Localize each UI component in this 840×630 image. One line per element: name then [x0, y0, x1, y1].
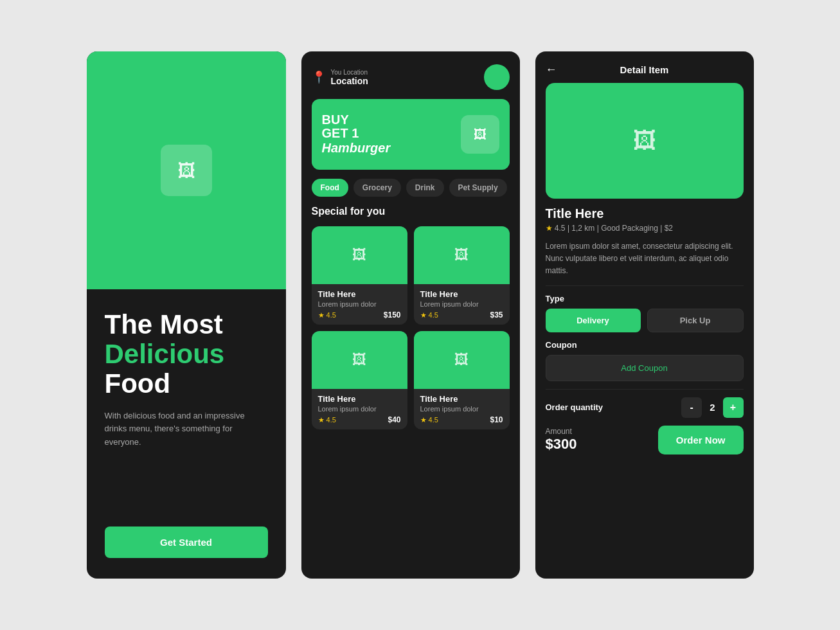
- get-started-button[interactable]: Get Started: [105, 526, 268, 558]
- food-card-1[interactable]: 🖼 Title Here Lorem ipsum dolor ★ 4.5 $15…: [312, 226, 407, 325]
- amount-block: Amount $300: [546, 427, 577, 453]
- home-header: 📍 You Location Location: [312, 64, 510, 90]
- food-card-4-info: Title Here Lorem ipsum dolor ★ 4.5 $10: [414, 389, 510, 429]
- food-card-1-image: 🖼: [312, 226, 407, 284]
- food-card-1-price: $150: [384, 310, 401, 320]
- food-card-1-rating: ★ 4.5: [318, 311, 336, 320]
- category-drink[interactable]: Drink: [406, 179, 444, 197]
- food-card-3[interactable]: 🖼 Title Here Lorem ipsum dolor ★ 4.5 $40: [312, 331, 407, 429]
- qty-plus-button[interactable]: +: [723, 397, 744, 418]
- category-food[interactable]: Food: [312, 179, 348, 197]
- food-card-4-row: ★ 4.5 $10: [420, 415, 503, 424]
- delivery-button[interactable]: Delivery: [546, 309, 641, 332]
- food-card-3-sub: Lorem ipsum dolor: [318, 405, 401, 413]
- order-now-button[interactable]: Order Now: [658, 426, 744, 455]
- food-card-4-sub: Lorem ipsum dolor: [420, 405, 503, 413]
- food-card-3-rating: ★ 4.5: [318, 416, 336, 424]
- food-card-1-row: ★ 4.5 $150: [318, 310, 401, 320]
- location-icon: 📍: [312, 70, 326, 84]
- food-card-2-info: Title Here Lorem ipsum dolor ★ 4.5 $35: [414, 284, 510, 325]
- splash-heading: The Most Delicious Food: [105, 310, 268, 399]
- food-image-icon-1: 🖼: [352, 247, 366, 264]
- amount-price: $300: [546, 436, 577, 453]
- amount-label: Amount: [546, 427, 577, 436]
- category-grocery[interactable]: Grocery: [353, 179, 401, 197]
- item-delivery-fee: $2: [665, 224, 673, 233]
- detail-image: 🖼: [546, 83, 744, 199]
- item-distance: 1,2 km: [571, 224, 594, 233]
- heading-line2: Delicious: [105, 339, 225, 369]
- banner-image-icon: 🖼: [474, 127, 487, 142]
- heading-line3: Food: [105, 368, 171, 399]
- location-name: Location: [331, 76, 368, 86]
- food-card-2-row: ★ 4.5 $35: [420, 310, 503, 320]
- food-card-1-sub: Lorem ipsum dolor: [318, 300, 401, 308]
- location-block: 📍 You Location Location: [312, 69, 368, 86]
- coupon-section: Coupon Add Coupon: [546, 340, 744, 381]
- item-packaging: Good Packaging: [601, 224, 658, 233]
- banner-line3: Hamburger: [322, 141, 391, 155]
- splash-content: The Most Delicious Food With delicious f…: [87, 289, 286, 579]
- food-grid: 🖼 Title Here Lorem ipsum dolor ★ 4.5 $15…: [312, 226, 510, 429]
- avatar[interactable]: [484, 64, 510, 90]
- qty-controls: - 2 +: [681, 397, 743, 418]
- food-card-3-price: $40: [388, 415, 400, 424]
- item-rating: 4.5: [555, 224, 566, 233]
- order-quantity-label: Order quantity: [546, 402, 603, 412]
- item-name-block: Title Here ★ 4.5 | 1,2 km | Good Packagi…: [546, 206, 744, 233]
- food-card-2-title: Title Here: [420, 289, 503, 299]
- coupon-input[interactable]: Add Coupon: [546, 355, 744, 381]
- banner-item-line: Hamburger: [322, 141, 391, 156]
- food-card-2-image: 🖼: [414, 226, 510, 284]
- divider-1: [546, 285, 744, 286]
- banner-line1: BUY: [322, 113, 349, 127]
- section-title: Special for you: [312, 206, 510, 217]
- food-card-1-title: Title Here: [318, 289, 401, 299]
- category-pet-supply[interactable]: Pet Supply: [449, 179, 507, 197]
- image-icon: 🖼: [177, 160, 195, 181]
- food-image-icon-4: 🖼: [454, 352, 469, 368]
- back-button[interactable]: ←: [546, 63, 557, 76]
- food-card-4-title: Title Here: [420, 394, 503, 404]
- food-card-2[interactable]: 🖼 Title Here Lorem ipsum dolor ★ 4.5 $35: [414, 226, 510, 325]
- splash-image-placeholder: 🖼: [161, 145, 212, 196]
- food-card-2-sub: Lorem ipsum dolor: [420, 300, 503, 308]
- food-card-3-info: Title Here Lorem ipsum dolor ★ 4.5 $40: [312, 389, 407, 429]
- splash-image-area: 🖼: [87, 51, 286, 289]
- food-card-2-price: $35: [490, 310, 503, 320]
- home-screen: 📍 You Location Location BUY GET 1 Hambur…: [301, 51, 520, 579]
- food-card-4-rating: ★ 4.5: [420, 416, 438, 424]
- food-card-4[interactable]: 🖼 Title Here Lorem ipsum dolor ★ 4.5 $10: [414, 331, 510, 429]
- qty-value: 2: [710, 402, 715, 413]
- food-card-2-rating: ★ 4.5: [420, 311, 438, 320]
- food-card-4-price: $10: [490, 415, 503, 424]
- category-tabs: Food Grocery Drink Pet Supply: [312, 179, 510, 197]
- item-name: Title Here: [546, 206, 744, 221]
- pickup-button[interactable]: Pick Up: [647, 309, 744, 332]
- amount-row: Amount $300 Order Now: [546, 426, 744, 455]
- type-label: Type: [546, 294, 744, 303]
- food-card-4-image: 🖼: [414, 331, 510, 389]
- location-text: You Location Location: [331, 69, 368, 86]
- type-buttons: Delivery Pick Up: [546, 309, 744, 332]
- promo-banner[interactable]: BUY GET 1 Hamburger 🖼: [312, 99, 510, 170]
- location-label: You Location: [331, 69, 368, 76]
- item-meta: ★ 4.5 | 1,2 km | Good Packaging | $2: [546, 224, 744, 233]
- divider-2: [546, 389, 744, 390]
- detail-header: ← Detail Item: [546, 64, 744, 75]
- qty-minus-button[interactable]: -: [681, 397, 702, 418]
- splash-subtitle: With delicious food and an impressive dr…: [105, 410, 268, 449]
- item-description: Lorem ipsum dolor sit amet, consectetur …: [546, 240, 744, 278]
- detail-screen-title: Detail Item: [620, 64, 669, 75]
- banner-line2: GET 1: [322, 126, 359, 140]
- banner-buy-line: BUY: [322, 113, 391, 126]
- banner-text: BUY GET 1 Hamburger: [322, 113, 391, 156]
- type-section: Type Delivery Pick Up: [546, 294, 744, 332]
- food-image-icon-2: 🖼: [454, 247, 469, 264]
- food-card-3-row: ★ 4.5 $40: [318, 415, 401, 424]
- order-quantity-row: Order quantity - 2 +: [546, 397, 744, 418]
- heading-line1: The Most: [105, 309, 223, 339]
- splash-screen: 🖼 The Most Delicious Food With delicious…: [87, 51, 286, 579]
- banner-get-line: GET 1: [322, 126, 391, 141]
- detail-screen: ← Detail Item 🖼 Title Here ★ 4.5 | 1,2 k…: [535, 51, 754, 579]
